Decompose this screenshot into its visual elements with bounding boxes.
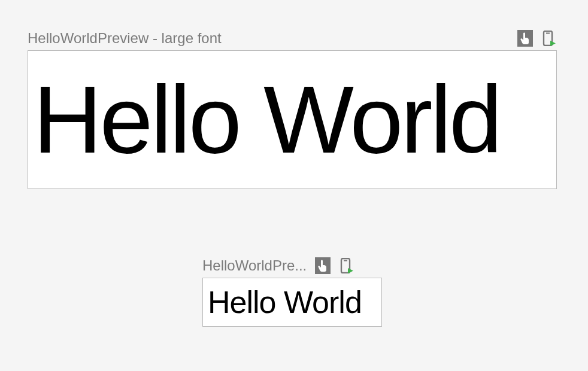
interactive-mode-button[interactable] — [315, 258, 331, 273]
touch-icon — [517, 30, 533, 47]
run-preview-button[interactable] — [339, 258, 354, 273]
preview-canvas[interactable]: Hello World — [28, 50, 557, 189]
preview-canvas[interactable]: Hello World — [202, 278, 382, 327]
preview-block-large: HelloWorldPreview - large font Hello Wor… — [28, 30, 557, 189]
preview-header: HelloWorldPreview - large font — [28, 30, 557, 47]
rendered-text: Hello World — [33, 72, 500, 168]
preview-actions — [517, 31, 557, 46]
interactive-mode-button[interactable] — [517, 31, 533, 46]
device-run-icon — [339, 258, 354, 273]
svg-marker-3 — [550, 41, 556, 46]
rendered-text: Hello World — [208, 287, 362, 318]
svg-marker-7 — [348, 268, 353, 273]
touch-icon — [315, 257, 331, 274]
device-run-icon — [541, 31, 557, 46]
preview-block-small: HelloWorldPre... Hello World — [202, 257, 382, 327]
preview-header: HelloWorldPre... — [202, 257, 382, 274]
preview-actions — [315, 258, 354, 273]
preview-title: HelloWorldPre... — [202, 257, 307, 274]
run-preview-button[interactable] — [541, 31, 557, 46]
preview-title: HelloWorldPreview - large font — [28, 30, 517, 47]
